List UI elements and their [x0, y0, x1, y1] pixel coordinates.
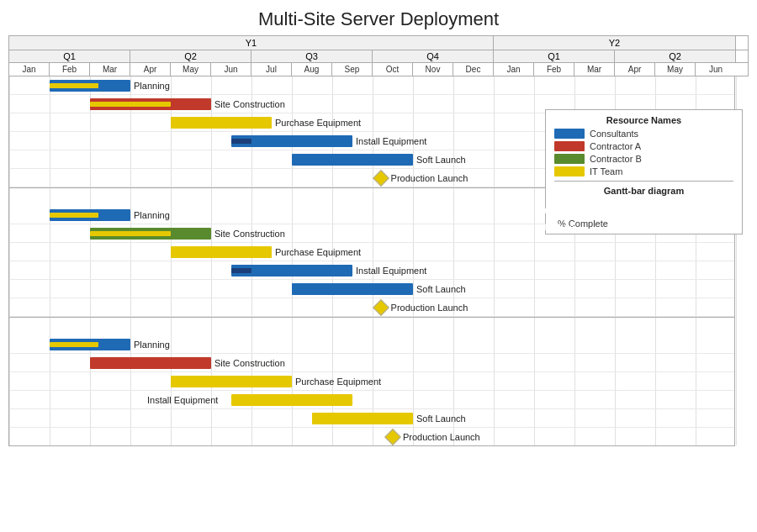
legend-item-0: Consultants — [554, 129, 733, 139]
task-label: Soft Launch — [416, 284, 466, 294]
month-cell-4: May — [171, 63, 211, 76]
current-schedule-row: Current schedule — [554, 199, 733, 216]
timeline-container: Y1Y2Q1Q2Q3Q4Q1Q2JanFebMarAprMayJunJulAug… — [8, 35, 749, 76]
task-label: Planning — [134, 210, 170, 220]
overlay-bar — [50, 213, 98, 218]
section-separator — [9, 317, 734, 318]
task-bar — [312, 413, 413, 424]
legend-item-label: IT Team — [590, 166, 622, 176]
diamond-marker — [384, 429, 401, 445]
gantt-row: Soft Launch — [9, 409, 734, 428]
year-cell-Y2: Y2 — [494, 36, 736, 50]
task-bar — [171, 117, 272, 129]
month-cell-0: Jan — [9, 63, 50, 76]
legend-item-3: IT Team — [554, 166, 733, 176]
main-container: Multi-Site Server Deployment Y1Y2Q1Q2Q3Q… — [0, 0, 757, 532]
task-bar — [292, 154, 413, 166]
task-label: Site Construction — [214, 99, 285, 109]
task-label: Soft Launch — [416, 413, 466, 424]
task-label: Production Launch — [391, 173, 468, 183]
quarter-cell-1: Q2 — [130, 50, 251, 62]
month-cell-7: Aug — [292, 63, 332, 76]
task-label: Production Launch — [403, 432, 480, 442]
diamond-marker — [373, 170, 389, 187]
month-cell-3: Apr — [130, 63, 171, 76]
overlay-bar — [231, 268, 251, 273]
legend-items: ConsultantsContractor AContractor BIT Te… — [554, 129, 733, 176]
gantt-row: Site Construction — [9, 354, 734, 372]
legend-color-swatch — [554, 154, 585, 164]
legend-item-label: Consultants — [590, 129, 638, 139]
month-cell-2: Mar — [90, 63, 130, 76]
legend-color-swatch — [554, 141, 585, 151]
month-cell-14: Mar — [574, 63, 615, 76]
month-cell-11: Dec — [453, 63, 494, 76]
current-schedule-label: Current schedule — [521, 202, 588, 235]
task-label: Soft Launch — [416, 155, 466, 165]
gantt-row: Purchase Equipment — [9, 243, 734, 261]
task-bar — [90, 357, 211, 369]
legend-item-label: Contractor B — [590, 154, 642, 164]
task-label: Install Equipment — [356, 266, 426, 276]
task-label: Purchase Equipment — [275, 247, 361, 257]
task-label: Site Construction — [214, 229, 285, 239]
quarter-cell-5: Q2 — [615, 50, 736, 62]
task-bar — [292, 283, 413, 295]
quarter-row: Q1Q2Q3Q4Q1Q2 — [8, 50, 749, 62]
gantt-row: Install Equipment — [9, 391, 734, 409]
month-cell-17: Jun — [696, 63, 736, 76]
legend-item-1: Contractor A — [554, 141, 733, 151]
month-cell-1: Feb — [50, 63, 90, 76]
gantt-row: Production Launch — [9, 428, 734, 446]
gantt-row: Planning — [9, 76, 734, 95]
task-label: Install Equipment — [147, 395, 218, 405]
legend-gantt-title: Gantt-bar diagram — [554, 186, 733, 196]
gantt-row: Planning — [9, 335, 734, 354]
legend-color-swatch — [554, 166, 585, 176]
month-row: JanFebMarAprMayJunJulAugSepOctNovDecJanF… — [8, 62, 749, 76]
diamond-marker — [373, 299, 389, 316]
month-cell-10: Nov — [413, 63, 453, 76]
quarter-cell-4: Q1 — [494, 50, 615, 62]
gantt-row: Purchase Equipment — [9, 372, 734, 391]
overlay-bar — [231, 139, 251, 144]
task-label: Site Construction — [214, 358, 285, 368]
page-title: Multi-Site Server Deployment — [0, 0, 757, 35]
task-label: Install Equipment — [356, 136, 426, 146]
quarter-cell-2: Q3 — [251, 50, 373, 62]
overlay-bar — [90, 231, 171, 236]
legend-resource-title: Resource Names — [554, 115, 733, 125]
month-cell-15: Apr — [615, 63, 655, 76]
legend-item-label: Contractor A — [590, 141, 641, 151]
task-label: Planning — [134, 340, 170, 350]
month-cell-13: Feb — [534, 63, 574, 76]
legend-box: Resource Names ConsultantsContractor ACo… — [545, 109, 743, 234]
legend-item-2: Contractor B — [554, 154, 733, 164]
overlay-bar — [50, 83, 98, 88]
task-bar — [171, 376, 292, 387]
year-row: Y1Y2 — [8, 35, 749, 50]
month-cell-6: Jul — [251, 63, 292, 76]
task-label: Planning — [134, 81, 170, 91]
task-bar — [231, 394, 352, 406]
quarter-cell-3: Q4 — [373, 50, 494, 62]
task-label: Production Launch — [391, 303, 468, 313]
gantt-row: Production Launch — [9, 298, 734, 317]
month-cell-12: Jan — [494, 63, 534, 76]
month-cell-16: May — [655, 63, 696, 76]
gantt-row: Soft Launch — [9, 280, 734, 298]
gantt-row: Install Equipment — [9, 261, 734, 280]
month-cell-8: Sep — [332, 63, 373, 76]
task-label: Purchase Equipment — [295, 377, 381, 387]
legend-color-swatch — [554, 129, 585, 139]
quarter-cell-0: Q1 — [9, 50, 130, 62]
month-cell-5: Jun — [211, 63, 251, 76]
task-bar — [171, 246, 272, 258]
year-cell-Y1: Y1 — [9, 36, 494, 50]
task-label: Purchase Equipment — [275, 118, 361, 128]
overlay-bar — [50, 342, 98, 347]
month-cell-9: Oct — [373, 63, 413, 76]
gantt-wrapper: Y1Y2Q1Q2Q3Q4Q1Q2JanFebMarAprMayJunJulAug… — [8, 35, 749, 446]
overlay-bar — [90, 102, 171, 107]
